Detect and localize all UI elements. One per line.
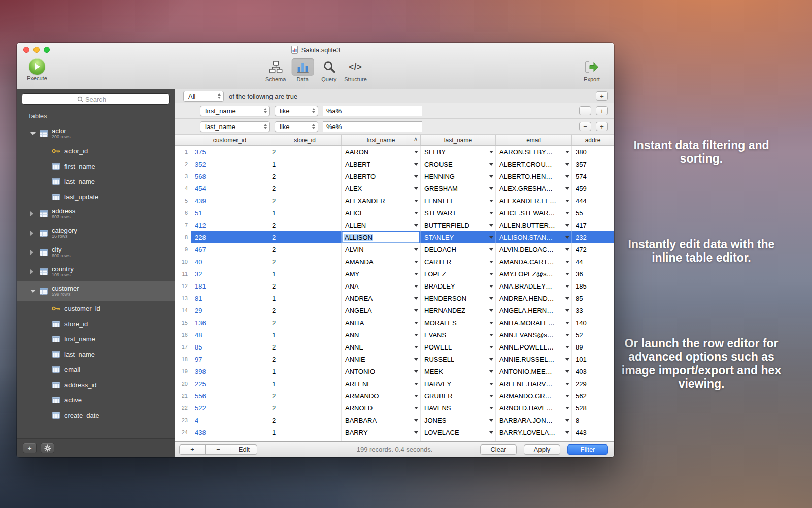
cell-dropdown-icon[interactable] — [565, 163, 569, 166]
cell-email[interactable]: ANN.EVANS@s… — [496, 329, 572, 341]
cell-customer-id[interactable]: 375 — [191, 146, 268, 158]
cell-dropdown-icon[interactable] — [414, 285, 418, 288]
row-number[interactable]: 10 — [175, 256, 191, 268]
cell-first-name[interactable]: ANITA — [342, 316, 421, 329]
cell-last-name[interactable]: DELOACH — [421, 243, 496, 256]
row-number[interactable]: 11 — [175, 268, 191, 280]
cell-email[interactable]: ALBERTO.HEN… — [496, 170, 572, 182]
column-header-store_id[interactable]: store_id — [268, 135, 342, 145]
cell-dropdown-icon[interactable] — [489, 322, 493, 324]
cell-first-name[interactable]: ALLEN — [342, 219, 421, 231]
cell-dropdown-icon[interactable] — [489, 151, 493, 153]
table-actions-button[interactable] — [41, 443, 54, 453]
row-number[interactable]: 12 — [175, 280, 191, 292]
execute-button[interactable]: Execute — [27, 58, 47, 81]
sidebar-column-last_name[interactable]: last_name — [17, 174, 175, 189]
cell-email[interactable]: ANDREA.HEND… — [496, 292, 572, 304]
cell-store-id[interactable]: 2 — [268, 219, 342, 231]
cell-dropdown-icon[interactable] — [414, 261, 418, 263]
cell-last-name[interactable]: EVANS — [421, 329, 496, 341]
sidebar-column-active[interactable]: active — [17, 392, 175, 407]
cell-dropdown-icon[interactable] — [565, 285, 569, 288]
cell-dropdown-icon[interactable] — [565, 175, 569, 178]
cell-store-id[interactable]: 2 — [268, 402, 342, 414]
edit-row-button[interactable]: Edit — [231, 444, 257, 455]
cell-customer-id[interactable]: 32 — [191, 268, 268, 280]
cell-store-id[interactable]: 2 — [268, 195, 342, 207]
cell-address-id[interactable]: 55 — [572, 207, 614, 219]
cell-dropdown-icon[interactable] — [489, 358, 493, 361]
cell-dropdown-icon[interactable] — [489, 261, 493, 263]
cell-email[interactable]: ANGELA.HERN… — [496, 304, 572, 316]
cell-address-id[interactable]: 101 — [572, 353, 614, 365]
cell-store-id[interactable]: 2 — [268, 280, 342, 292]
cell-last-name[interactable]: STANLEY — [421, 231, 496, 243]
cell-first-name[interactable]: ALEXANDER — [342, 195, 421, 207]
table-row[interactable]: 225222ARNOLDHAVENSARNOLD.HAVE…528 — [175, 402, 614, 414]
cell-address-id[interactable]: 89 — [572, 341, 614, 353]
sidebar-column-address_id[interactable]: address_id — [17, 377, 175, 392]
cell-customer-id[interactable]: 228 — [191, 231, 268, 243]
row-number[interactable]: 18 — [175, 353, 191, 365]
data-tab[interactable]: Data — [291, 58, 314, 82]
cell-dropdown-icon[interactable] — [489, 334, 493, 336]
cell-dropdown-icon[interactable] — [414, 175, 418, 178]
table-row[interactable]: 74122ALLENBUTTERFIELDALLEN.BUTTER…417 — [175, 219, 614, 231]
table-row[interactable]: 14292ANGELAHERNANDEZANGELA.HERN…33 — [175, 304, 614, 316]
row-number[interactable]: 13 — [175, 292, 191, 304]
table-row[interactable]: 13811ANDREAHENDERSONANDREA.HEND…85 — [175, 292, 614, 304]
cell-dropdown-icon[interactable] — [565, 346, 569, 348]
cell-store-id[interactable]: 1 — [268, 426, 342, 438]
cell-dropdown-icon[interactable] — [414, 322, 418, 324]
row-number[interactable]: 22 — [175, 402, 191, 414]
cell-first-name[interactable]: ANGELA — [342, 304, 421, 316]
sidebar-column-customer_id[interactable]: customer_id — [17, 301, 175, 316]
row-number[interactable]: 9 — [175, 243, 191, 256]
cell-customer-id[interactable]: 4 — [191, 414, 268, 426]
cell-dropdown-icon[interactable] — [414, 431, 418, 434]
cell-first-name[interactable]: AMANDA — [342, 256, 421, 268]
cell-dropdown-icon[interactable] — [489, 224, 493, 227]
cell-email[interactable]: ALLISON.STAN… — [496, 231, 572, 243]
cell-dropdown-icon[interactable] — [414, 224, 418, 227]
row-number[interactable]: 20 — [175, 377, 191, 390]
clear-button[interactable]: Clear — [480, 444, 517, 455]
cell-address-id[interactable]: 185 — [572, 280, 614, 292]
disclosure-collapsed-icon[interactable] — [30, 231, 33, 236]
cell-dropdown-icon[interactable] — [565, 358, 569, 361]
cell-dropdown-icon[interactable] — [489, 212, 493, 214]
cell-dropdown-icon[interactable] — [414, 370, 418, 373]
cell-first-name[interactable]: ALBERT — [342, 158, 421, 170]
cell-address-id[interactable]: 444 — [572, 195, 614, 207]
cell-first-name[interactable]: BARRY — [342, 426, 421, 438]
cell-dropdown-icon[interactable] — [565, 236, 569, 239]
add-row-button[interactable]: + — [179, 444, 206, 455]
cell-store-id[interactable]: 1 — [268, 377, 342, 390]
disclosure-collapsed-icon[interactable] — [30, 250, 33, 255]
cell-store-id[interactable]: 2 — [268, 341, 342, 353]
sidebar-column-create_date[interactable]: create_date — [17, 407, 175, 423]
table-row[interactable]: 54392ALEXANDERFENNELLALEXANDER.FE…444 — [175, 195, 614, 207]
schema-tab[interactable]: Schema — [264, 58, 287, 82]
cell-dropdown-icon[interactable] — [565, 297, 569, 300]
table-row[interactable]: 215562ARMANDOGRUBERARMANDO.GR…562 — [175, 390, 614, 402]
row-number[interactable]: 21 — [175, 390, 191, 402]
row-number[interactable]: 14 — [175, 304, 191, 316]
cell-customer-id[interactable]: 181 — [191, 280, 268, 292]
cell-email[interactable]: ALEX.GRESHA… — [496, 182, 572, 195]
filter-value-input[interactable] — [323, 121, 422, 132]
table-row[interactable]: 11321AMYLOPEZAMY.LOPEZ@s…36 — [175, 268, 614, 280]
cell-email[interactable]: ARNOLD.HAVE… — [496, 402, 572, 414]
cell-store-id[interactable]: 2 — [268, 414, 342, 426]
sidebar-table-city[interactable]: city600 rows — [17, 243, 175, 262]
cell-last-name[interactable]: HENNING — [421, 170, 496, 182]
cell-dropdown-icon[interactable] — [489, 200, 493, 202]
cell-first-name[interactable]: ALICE — [342, 207, 421, 219]
cell-dropdown-icon[interactable] — [565, 151, 569, 153]
cell-dropdown-icon[interactable] — [565, 431, 569, 434]
sidebar-column-actor_id[interactable]: actor_id — [17, 143, 175, 158]
cell-dropdown-icon[interactable] — [565, 370, 569, 373]
cell-last-name[interactable]: GRESHAM — [421, 182, 496, 195]
cell-dropdown-icon[interactable] — [565, 273, 569, 275]
table-row[interactable]: 10402AMANDACARTERAMANDA.CART…44 — [175, 256, 614, 268]
